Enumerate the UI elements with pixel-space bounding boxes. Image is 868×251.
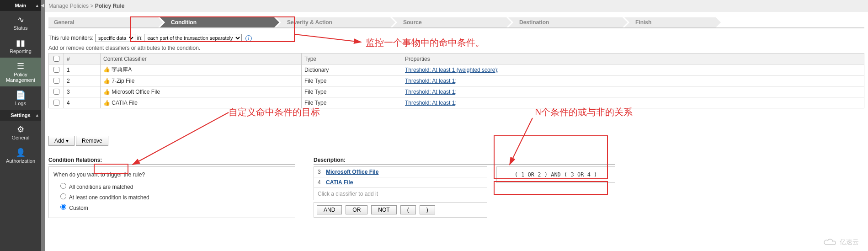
list-item[interactable]: 4CATIA File	[314, 177, 487, 188]
row-properties-link[interactable]: Threshold: At least 1;	[405, 78, 457, 84]
user-key-icon: 👤	[1, 149, 40, 157]
sidebar-item-reporting[interactable]: ▮▮ Reporting	[0, 34, 41, 58]
logic-expression: ( 1 OR 2 ) AND ( 3 OR 4 )	[496, 166, 615, 183]
row-type: File Type	[302, 97, 402, 108]
wizard-step-severity[interactable]: Severity & Action	[276, 17, 390, 27]
sidebar-header-settings[interactable]: Settings ▴	[0, 110, 41, 121]
rule-monitor-label: This rule monitors:	[48, 35, 94, 41]
breadcrumb-sep: >	[89, 3, 95, 9]
row-checkbox[interactable]	[53, 78, 59, 84]
document-icon: 📄	[1, 91, 40, 99]
radio-custom[interactable]	[60, 204, 66, 210]
row-num: 2	[64, 75, 101, 86]
pulse-icon: ∿	[1, 16, 40, 24]
list-item-num: 4	[318, 179, 326, 186]
watermark: 亿速云	[823, 238, 859, 246]
wizard-step-condition[interactable]: Condition	[160, 17, 274, 27]
table-row[interactable]: 4 👍 CATIA File File Type Threshold: At l…	[49, 97, 864, 108]
sidebar-item-label: Policy Management	[6, 72, 35, 83]
dictionary-icon: 👍	[103, 66, 110, 73]
sidebar-item-status[interactable]: ∿ Status	[0, 11, 41, 34]
file-type-icon: 👍	[103, 89, 110, 95]
col-header[interactable]: Properties	[402, 53, 864, 64]
wizard-step-finish[interactable]: Finish	[624, 17, 716, 27]
wizard-step-source[interactable]: Source	[392, 17, 506, 27]
wizard-step-destination[interactable]: Destination	[508, 17, 623, 27]
description-list: 3Microsoft Office File 4CATIA File Click…	[314, 166, 487, 200]
and-button[interactable]: AND	[317, 205, 342, 214]
file-type-icon: 👍	[103, 78, 110, 84]
description-title: Description:	[314, 157, 615, 165]
add-button-label: Add	[54, 138, 64, 144]
row-checkbox[interactable]	[53, 67, 59, 73]
col-header[interactable]: #	[64, 53, 101, 64]
breadcrumb-link[interactable]: Manage Policies	[48, 3, 89, 9]
col-header[interactable]: Content Classifier	[101, 53, 302, 64]
sidebar-item-label: General	[11, 135, 29, 140]
monitor-what-select[interactable]: specific data	[95, 34, 135, 42]
wizard-step-label: Severity & Action	[287, 19, 332, 26]
monitor-scope-select[interactable]: each part of the transaction separately	[144, 34, 242, 42]
or-button[interactable]: OR	[346, 205, 367, 214]
list-item-num: 3	[318, 169, 326, 175]
list-item[interactable]: 3Microsoft Office File	[314, 167, 487, 177]
row-type: File Type	[302, 75, 402, 86]
sidebar-item-general[interactable]: ⚙ General	[0, 121, 41, 144]
rule-monitor-line: This rule monitors: specific data in: ea…	[48, 34, 864, 42]
sidebar-item-authorization[interactable]: 👤 Authorization	[0, 144, 41, 167]
row-properties-link[interactable]: Threshold: At least 1;	[405, 100, 457, 106]
sidebar-header-main[interactable]: Main ▴	[0, 0, 41, 11]
radio-at-least-one[interactable]	[60, 193, 66, 199]
table-row[interactable]: 3 👍 Microsoft Office File File Type Thre…	[49, 86, 864, 97]
wizard-step-label: Finish	[635, 19, 651, 26]
condition-relations-title: Condition Relations:	[48, 157, 295, 165]
radio-label: Custom	[69, 205, 88, 211]
wizard-step-label: General	[54, 19, 75, 26]
radio-label: At least one condition is matched	[69, 194, 149, 201]
info-icon[interactable]: i	[245, 35, 252, 42]
list-icon: ☰	[1, 62, 40, 70]
col-header[interactable]: Type	[302, 53, 402, 64]
radio-all-conditions[interactable]	[60, 183, 66, 189]
rule-monitor-in-label: in:	[137, 35, 143, 41]
watermark-text: 亿速云	[840, 238, 859, 246]
sidebar-header-main-label: Main	[15, 3, 26, 8]
row-type: Dictionary	[302, 64, 402, 75]
wizard-step-label: Destination	[519, 19, 549, 26]
row-classifier: Microsoft Office File	[112, 89, 160, 95]
row-properties-link[interactable]: Threshold: At least 1;	[405, 89, 457, 95]
row-num: 3	[64, 86, 101, 97]
add-button[interactable]: Add ▾	[48, 136, 75, 146]
sidebar-item-label: Authorization	[6, 158, 35, 164]
gear-icon: ⚙	[1, 125, 40, 134]
logic-toolbar: AND OR NOT ( )	[314, 202, 487, 218]
row-type: File Type	[302, 86, 402, 97]
condition-relations-box: When do you want to trigger the rule? Al…	[48, 166, 295, 218]
table-row[interactable]: 2 👍 7-Zip File File Type Threshold: At l…	[49, 75, 864, 86]
breadcrumb-current: Policy Rule	[95, 3, 125, 9]
sidebar-collapse-handle[interactable]: ◀	[41, 0, 45, 251]
list-item-link[interactable]: CATIA File	[326, 179, 353, 186]
cloud-icon	[823, 238, 837, 246]
description-section: Description: 3Microsoft Office File 4CAT…	[314, 150, 615, 218]
row-checkbox[interactable]	[53, 100, 59, 106]
rparen-button[interactable]: )	[420, 205, 435, 214]
chevron-up-icon: ▴	[36, 113, 38, 117]
row-checkbox[interactable]	[53, 89, 59, 95]
row-classifier: 7-Zip File	[112, 78, 134, 84]
wizard-step-general[interactable]: General	[48, 17, 158, 27]
remove-button[interactable]: Remove	[76, 136, 108, 146]
row-properties-link[interactable]: Threshold: At least 1 (weighted score);	[405, 67, 499, 73]
classifier-table: # Content Classifier Type Properties 1 👍…	[48, 53, 864, 108]
sidebar: Main ▴ ∿ Status ▮▮ Reporting ☰ Policy Ma…	[0, 0, 41, 251]
table-row[interactable]: 1 👍 字典库A Dictionary Threshold: At least …	[49, 64, 864, 75]
relations-question: When do you want to trigger the rule?	[53, 171, 290, 178]
sidebar-item-policy-management[interactable]: ☰ Policy Management	[0, 58, 41, 86]
description-hint: Click a classifier to add it	[314, 188, 487, 200]
lparen-button[interactable]: (	[400, 205, 416, 214]
sidebar-item-logs[interactable]: 📄 Logs	[0, 86, 41, 110]
not-button[interactable]: NOT	[371, 205, 396, 214]
row-num: 4	[64, 97, 101, 108]
select-all-checkbox[interactable]	[53, 56, 59, 62]
list-item-link[interactable]: Microsoft Office File	[326, 169, 378, 175]
